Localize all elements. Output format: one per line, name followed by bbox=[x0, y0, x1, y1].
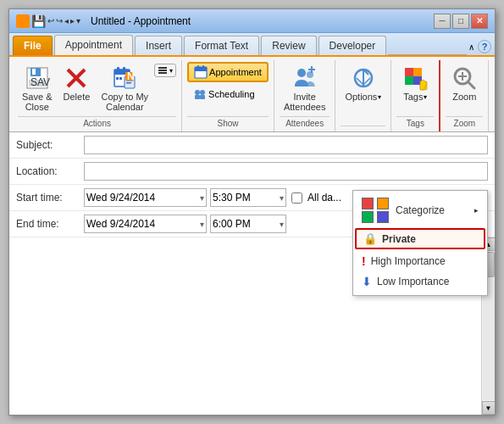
tab-file[interactable]: File bbox=[13, 36, 53, 55]
tab-appointment[interactable]: Appointment bbox=[54, 35, 133, 55]
maximize-button[interactable]: □ bbox=[452, 14, 469, 29]
invite-attendees-label: InviteAttendees bbox=[284, 92, 326, 112]
end-time-value: 6:00 PM bbox=[213, 218, 251, 230]
high-importance-icon: ! bbox=[362, 254, 366, 268]
start-time-arrow: ▾ bbox=[280, 193, 284, 203]
scheduling-show-label: Scheduling bbox=[208, 89, 254, 99]
end-date-value: Wed 9/24/2014 bbox=[86, 218, 155, 230]
private-label: Private bbox=[382, 233, 416, 245]
tags-dropdown-menu: Categorize ▸ 🔒 Private ! High Importance… bbox=[352, 190, 488, 296]
svg-rect-37 bbox=[413, 68, 422, 76]
help-button[interactable]: ? bbox=[478, 40, 491, 53]
actions-buttons: SAVE Save &Close Delete bbox=[18, 62, 176, 114]
svg-rect-19 bbox=[158, 70, 167, 71]
svg-rect-23 bbox=[197, 65, 199, 69]
minimize-button[interactable]: ─ bbox=[434, 14, 451, 29]
attendees-group-label: Attendees bbox=[280, 116, 330, 130]
quick-launch-toolbar: 💾 ↩ ↪ ◂ ▸ ▾ bbox=[16, 14, 80, 28]
start-date-value: Wed 9/24/2014 bbox=[86, 192, 155, 204]
delete-label: Delete bbox=[64, 92, 91, 102]
save-close-button[interactable]: SAVE Save &Close bbox=[18, 62, 56, 114]
location-label: Location: bbox=[16, 165, 84, 177]
end-time-arrow: ▾ bbox=[280, 220, 284, 229]
end-time-select[interactable]: 6:00 PM ▾ bbox=[210, 215, 286, 233]
ribbon-collapse-btn[interactable]: ∧ bbox=[468, 42, 474, 52]
form-area: Categorize ▸ 🔒 Private ! High Importance… bbox=[9, 132, 495, 415]
options-button[interactable]: Options ▾ bbox=[341, 62, 385, 104]
ql-redo[interactable]: ↪ bbox=[56, 16, 63, 25]
all-day-label: All da... bbox=[307, 192, 341, 204]
options-dropdown-arrow: ▾ bbox=[378, 93, 381, 101]
color-orange bbox=[377, 198, 389, 209]
tab-developer[interactable]: Developer bbox=[318, 36, 387, 55]
options-label: Options bbox=[345, 92, 377, 102]
show-group-label: Show bbox=[187, 116, 269, 130]
svg-rect-15 bbox=[126, 82, 131, 84]
tab-insert[interactable]: Insert bbox=[135, 36, 182, 55]
svg-rect-12 bbox=[119, 77, 122, 80]
tab-review[interactable]: Review bbox=[261, 36, 316, 55]
window-controls: ─ □ ✕ bbox=[434, 14, 488, 29]
ribbon-group-actions: SAVE Save &Close Delete bbox=[13, 60, 182, 131]
zoom-button[interactable]: Zoom bbox=[446, 62, 483, 104]
svg-rect-2 bbox=[32, 69, 36, 75]
title-bar: 💾 ↩ ↪ ◂ ▸ ▾ Untitled - Appointment ─ □ ✕ bbox=[9, 9, 495, 33]
invite-attendees-button[interactable]: InviteAttendees bbox=[280, 62, 330, 114]
svg-text:SAVE: SAVE bbox=[30, 76, 51, 88]
end-date-select[interactable]: Wed 9/24/2014 ▾ bbox=[84, 215, 207, 233]
svg-rect-11 bbox=[116, 77, 119, 80]
zoom-group-label: Zoom bbox=[446, 116, 483, 130]
private-item[interactable]: 🔒 Private bbox=[355, 228, 485, 249]
high-importance-item[interactable]: ! High Importance bbox=[353, 251, 487, 271]
tags-buttons: Tags ▾ bbox=[396, 62, 434, 114]
svg-point-29 bbox=[297, 69, 306, 77]
close-button[interactable]: ✕ bbox=[471, 14, 488, 29]
appointment-show-button[interactable]: Appointment bbox=[187, 62, 269, 82]
ql-save[interactable]: 💾 bbox=[31, 14, 46, 28]
subject-input[interactable] bbox=[84, 136, 488, 154]
delete-icon bbox=[63, 64, 90, 92]
app-icon bbox=[16, 14, 30, 28]
end-date-arrow: ▾ bbox=[200, 220, 204, 229]
tab-bar: File Appointment Insert Format Text Revi… bbox=[9, 33, 495, 55]
start-date-select[interactable]: Wed 9/24/2014 ▾ bbox=[84, 188, 207, 207]
start-time-select[interactable]: 5:30 PM ▾ bbox=[210, 188, 286, 207]
ql-dropdown[interactable]: ▾ bbox=[76, 16, 80, 25]
location-input[interactable] bbox=[84, 162, 488, 181]
all-day-checkbox[interactable] bbox=[291, 192, 302, 204]
window-title: Untitled - Appointment bbox=[91, 15, 191, 27]
svg-rect-18 bbox=[158, 67, 167, 69]
ql-arrow-left[interactable]: ◂ bbox=[64, 16, 69, 25]
private-lock-icon: 🔒 bbox=[363, 232, 377, 245]
more-actions-icon bbox=[158, 65, 168, 75]
options-buttons: Options ▾ bbox=[341, 62, 385, 124]
low-importance-item[interactable]: ⬇ Low Importance bbox=[353, 271, 487, 292]
copy-calendar-button[interactable]: N Copy to MyCalendar bbox=[97, 62, 152, 114]
ql-arrow-right[interactable]: ▸ bbox=[70, 16, 75, 25]
subject-label: Subject: bbox=[16, 139, 84, 151]
svg-point-26 bbox=[200, 90, 205, 95]
categorize-item[interactable]: Categorize ▸ bbox=[353, 194, 487, 226]
ql-undo[interactable]: ↩ bbox=[47, 16, 54, 25]
ribbon: File Appointment Insert Format Text Revi… bbox=[9, 33, 495, 132]
ribbon-group-show: Appointment Scheduling bbox=[182, 60, 274, 131]
options-icon bbox=[350, 64, 377, 92]
appointment-show-icon bbox=[194, 65, 208, 79]
copy-calendar-icon: N bbox=[111, 64, 138, 92]
zoom-icon bbox=[451, 64, 478, 92]
start-time-value: 5:30 PM bbox=[213, 192, 251, 204]
show-buttons: Appointment Scheduling bbox=[187, 62, 269, 114]
appointment-show-label: Appointment bbox=[209, 67, 262, 77]
scroll-down-button[interactable]: ▼ bbox=[482, 401, 496, 415]
categorize-label: Categorize bbox=[396, 204, 445, 216]
tags-button[interactable]: Tags ▾ bbox=[396, 62, 434, 104]
svg-rect-28 bbox=[200, 95, 205, 99]
tab-format-text[interactable]: Format Text bbox=[184, 36, 259, 55]
actions-group-label: Actions bbox=[18, 116, 176, 130]
color-green bbox=[362, 211, 374, 223]
scheduling-show-button[interactable]: Scheduling bbox=[187, 85, 269, 103]
svg-rect-10 bbox=[123, 67, 125, 71]
save-close-label: Save &Close bbox=[22, 92, 52, 112]
delete-button[interactable]: Delete bbox=[58, 62, 95, 104]
more-actions-button[interactable]: ▾ bbox=[154, 64, 176, 77]
